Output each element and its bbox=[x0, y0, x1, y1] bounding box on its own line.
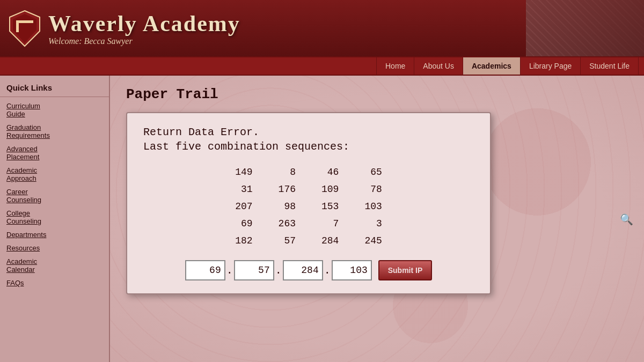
table-cell: 263 bbox=[266, 215, 309, 232]
table-cell: 109 bbox=[309, 181, 352, 198]
table-cell: 31 bbox=[222, 181, 265, 198]
table-cell: 8 bbox=[266, 164, 309, 181]
table-row: 3117610978 bbox=[222, 181, 395, 198]
error-title: Return Data Error. bbox=[143, 126, 474, 138]
table-cell: 57 bbox=[266, 232, 309, 249]
sidebar-item-career[interactable]: CareerCounseling bbox=[0, 185, 109, 206]
table-cell: 149 bbox=[222, 164, 265, 181]
header-title-block: Waverly Academy Welcome: Becca Sawyer bbox=[48, 11, 240, 46]
table-row: 18257284245 bbox=[222, 232, 395, 249]
nav-item-student-life[interactable]: Student Life bbox=[581, 57, 639, 75]
table-row: 6926373 bbox=[222, 215, 395, 232]
table-cell: 7 bbox=[309, 215, 352, 232]
logo-area: Waverly Academy Welcome: Becca Sawyer bbox=[9, 10, 240, 47]
welcome-text: Welcome: Becca Sawyer bbox=[48, 36, 240, 46]
sidebar-item-college[interactable]: CollegeCounseling bbox=[0, 206, 109, 228]
site-title: Waverly Academy bbox=[48, 11, 240, 36]
table-cell: 284 bbox=[309, 232, 352, 249]
sidebar-item-graduation[interactable]: GraduationRequirements bbox=[0, 121, 109, 142]
page-title: Paper Trail bbox=[126, 86, 628, 102]
sidebar-item-academic-approach[interactable]: AcademicApproach bbox=[0, 164, 109, 185]
nav-item-library[interactable]: Library Page bbox=[521, 57, 581, 75]
nav-bar: Home About Us Academics Library Page Stu… bbox=[0, 56, 644, 76]
header: Waverly Academy Welcome: Becca Sawyer bbox=[0, 0, 644, 56]
table-cell: 182 bbox=[222, 232, 265, 249]
table-cell: 103 bbox=[352, 198, 394, 215]
nav-item-home[interactable]: Home bbox=[376, 57, 414, 75]
ip-field-3[interactable] bbox=[283, 260, 323, 280]
sidebar-item-advanced-placement[interactable]: AdvancedPlacement bbox=[0, 142, 109, 164]
content-area: Paper Trail Return Data Error. Last five… bbox=[110, 76, 644, 362]
ip-field-1[interactable] bbox=[185, 260, 225, 280]
shield-icon bbox=[9, 10, 41, 47]
table-cell: 46 bbox=[309, 164, 352, 181]
nav-item-academics[interactable]: Academics bbox=[463, 57, 521, 75]
table-cell: 78 bbox=[352, 181, 394, 198]
main-layout: Quick Links CurriculumGuide GraduationRe… bbox=[0, 76, 644, 362]
table-cell: 176 bbox=[266, 181, 309, 198]
table-cell: 69 bbox=[222, 215, 265, 232]
ip-dot-2: . bbox=[275, 264, 282, 277]
table-cell: 98 bbox=[266, 198, 309, 215]
sidebar-item-resources[interactable]: Resources bbox=[0, 241, 109, 255]
table-row: 14984665 bbox=[222, 164, 395, 181]
ip-input-row: . . . Submit IP bbox=[143, 260, 474, 280]
sidebar-item-calendar[interactable]: AcademicCalendar bbox=[0, 255, 109, 276]
table-cell: 153 bbox=[309, 198, 352, 215]
ip-dot-3: . bbox=[324, 264, 331, 277]
sidebar-item-departments[interactable]: Departments bbox=[0, 228, 109, 241]
table-cell: 207 bbox=[222, 198, 265, 215]
magnifier-icon: 🔍 bbox=[620, 213, 633, 226]
sidebar-header: Quick Links bbox=[0, 80, 109, 97]
error-subtitle: Last five combination sequences: bbox=[143, 141, 474, 153]
error-dialog: Return Data Error. Last five combination… bbox=[126, 112, 491, 294]
table-row: 20798153103 bbox=[222, 198, 395, 215]
ip-field-2[interactable] bbox=[234, 260, 274, 280]
sidebar-item-faqs[interactable]: FAQs bbox=[0, 276, 109, 290]
table-cell: 3 bbox=[352, 215, 394, 232]
table-cell: 245 bbox=[352, 232, 394, 249]
table-cell: 65 bbox=[352, 164, 394, 181]
header-decorative-bg bbox=[526, 0, 644, 56]
sidebar: Quick Links CurriculumGuide GraduationRe… bbox=[0, 76, 110, 362]
ip-dot-1: . bbox=[226, 264, 233, 277]
ip-field-4[interactable] bbox=[332, 260, 372, 280]
combo-table: 1498466531176109782079815310369263731825… bbox=[222, 164, 395, 249]
sidebar-item-curriculum[interactable]: CurriculumGuide bbox=[0, 99, 109, 121]
submit-ip-button[interactable]: Submit IP bbox=[378, 260, 433, 280]
nav-item-about[interactable]: About Us bbox=[414, 57, 463, 75]
svg-rect-3 bbox=[16, 20, 19, 32]
